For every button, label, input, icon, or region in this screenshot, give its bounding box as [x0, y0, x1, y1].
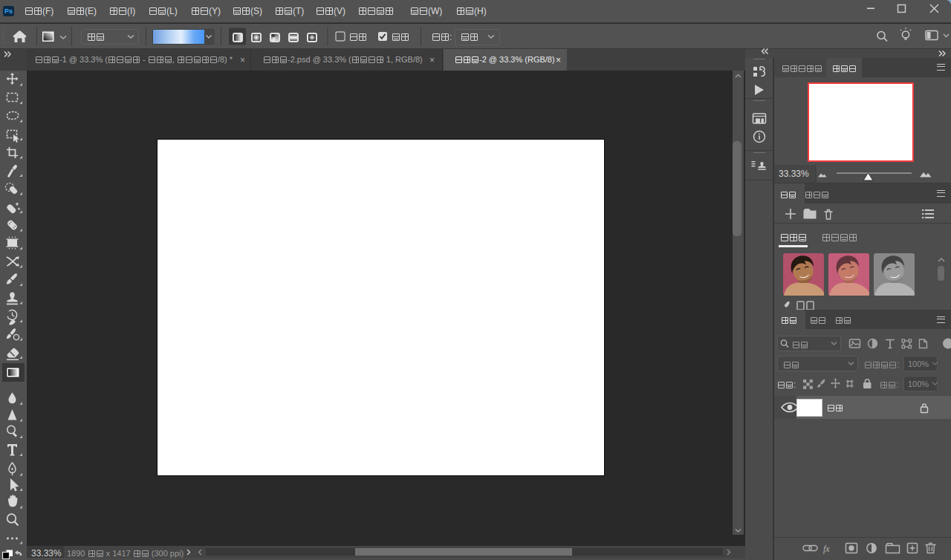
- svg-text:fx: fx: [823, 544, 830, 554]
